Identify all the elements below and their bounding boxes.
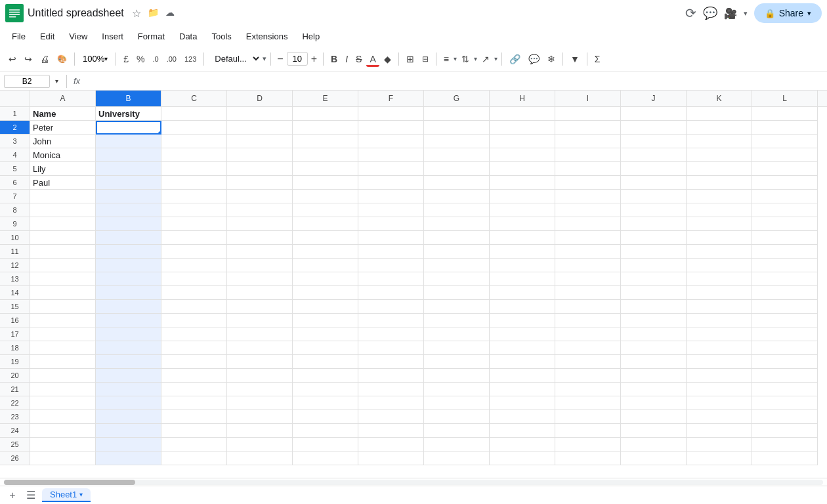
- cell-24-col-j[interactable]: [621, 424, 687, 438]
- cell-14-col-a[interactable]: [30, 286, 96, 300]
- text-rotate-button[interactable]: ↗: [478, 51, 493, 67]
- cell-21-col-l[interactable]: [752, 383, 818, 396]
- cell-21-col-a[interactable]: [30, 383, 96, 396]
- cell-21-col-g[interactable]: [424, 383, 490, 396]
- cell-7-col-d[interactable]: [227, 190, 293, 203]
- cell-8-col-f[interactable]: [358, 203, 424, 217]
- cell-7-col-e[interactable]: [293, 190, 358, 203]
- cell-26-col-g[interactable]: [424, 452, 490, 465]
- paint-format-button[interactable]: 🎨: [54, 52, 70, 66]
- cell-9-col-e[interactable]: [293, 217, 358, 231]
- borders-button[interactable]: ⊞: [403, 51, 417, 67]
- cell-9-col-k[interactable]: [687, 217, 752, 231]
- cell-25-col-c[interactable]: [161, 438, 227, 452]
- cell-26-col-k[interactable]: [687, 452, 752, 465]
- row-num-19[interactable]: 19: [0, 355, 30, 369]
- cell-18-col-c[interactable]: [161, 341, 227, 355]
- cell-6-col-c[interactable]: [161, 176, 227, 190]
- cell-12-col-k[interactable]: [687, 259, 752, 272]
- cell-25-col-e[interactable]: [293, 438, 358, 452]
- cell-10-col-l[interactable]: [752, 231, 818, 245]
- cell-11-col-i[interactable]: [555, 245, 621, 259]
- cell-10-col-a[interactable]: [30, 231, 96, 245]
- cell-17-col-k[interactable]: [687, 327, 752, 341]
- cell-5-col-f[interactable]: [358, 162, 424, 176]
- cell-10-col-k[interactable]: [687, 231, 752, 245]
- cell-2-col-g[interactable]: [424, 121, 490, 135]
- row-num-25[interactable]: 25: [0, 438, 30, 452]
- cell-22-col-l[interactable]: [752, 396, 818, 410]
- cell-20-col-c[interactable]: [161, 369, 227, 383]
- cell-26-col-a[interactable]: [30, 452, 96, 465]
- col-header-k[interactable]: K: [687, 91, 752, 106]
- cell-20-col-g[interactable]: [424, 369, 490, 383]
- cell-19-col-k[interactable]: [687, 355, 752, 369]
- cell-17-col-l[interactable]: [752, 327, 818, 341]
- cell-2-col-e[interactable]: [293, 121, 358, 135]
- cell-11-col-g[interactable]: [424, 245, 490, 259]
- cell-13-col-g[interactable]: [424, 272, 490, 286]
- row-num-11[interactable]: 11: [0, 245, 30, 259]
- row-num-8[interactable]: 8: [0, 203, 30, 217]
- col-header-g[interactable]: G: [424, 91, 490, 106]
- cell-24-col-e[interactable]: [293, 424, 358, 438]
- comments-icon[interactable]: 💬: [703, 6, 717, 20]
- valign-button[interactable]: ⇅: [458, 51, 473, 67]
- cell-8-col-c[interactable]: [161, 203, 227, 217]
- cell-8-col-i[interactable]: [555, 203, 621, 217]
- cell-11-col-l[interactable]: [752, 245, 818, 259]
- cell-16-col-c[interactable]: [161, 314, 227, 327]
- cell-2-col-l[interactable]: [752, 121, 818, 135]
- cell-11-col-c[interactable]: [161, 245, 227, 259]
- cell-3-col-f[interactable]: [358, 135, 424, 148]
- cell-13-col-e[interactable]: [293, 272, 358, 286]
- cell-7-col-k[interactable]: [687, 190, 752, 203]
- number-format-button[interactable]: 123: [181, 52, 200, 66]
- cell-21-col-f[interactable]: [358, 383, 424, 396]
- cell-17-col-j[interactable]: [621, 327, 687, 341]
- freeze-button[interactable]: ❄: [544, 51, 559, 67]
- spreadsheet-title[interactable]: Untitled spreadsheet: [28, 7, 124, 19]
- cell-11-col-j[interactable]: [621, 245, 687, 259]
- cell-23-col-b[interactable]: [96, 410, 161, 424]
- bold-button[interactable]: B: [328, 51, 341, 67]
- cell-7-col-b[interactable]: [96, 190, 161, 203]
- filter-button[interactable]: ▼: [567, 51, 583, 67]
- col-header-l[interactable]: L: [752, 91, 818, 106]
- cell-4-col-e[interactable]: [293, 148, 358, 162]
- cell-11-col-e[interactable]: [293, 245, 358, 259]
- row-num-13[interactable]: 13: [0, 272, 30, 286]
- cell-1-col-d[interactable]: [227, 107, 293, 121]
- cell-1-col-l[interactable]: [752, 107, 818, 121]
- cell-16-col-i[interactable]: [555, 314, 621, 327]
- menu-item-insert[interactable]: Insert: [95, 29, 130, 44]
- merge-button[interactable]: ⊟: [419, 52, 432, 66]
- cell-26-col-j[interactable]: [621, 452, 687, 465]
- cell-4-col-a[interactable]: Monica: [30, 148, 96, 162]
- cell-3-col-e[interactable]: [293, 135, 358, 148]
- cell-15-col-c[interactable]: [161, 300, 227, 314]
- cell-4-col-h[interactable]: [490, 148, 555, 162]
- cell-6-col-g[interactable]: [424, 176, 490, 190]
- cell-2-col-d[interactable]: [227, 121, 293, 135]
- cell-17-col-i[interactable]: [555, 327, 621, 341]
- cell-20-col-a[interactable]: [30, 369, 96, 383]
- cell-12-col-l[interactable]: [752, 259, 818, 272]
- cell-5-col-c[interactable]: [161, 162, 227, 176]
- link-button[interactable]: 🔗: [506, 51, 524, 67]
- cell-22-col-h[interactable]: [490, 396, 555, 410]
- cell-12-col-h[interactable]: [490, 259, 555, 272]
- cell-26-col-e[interactable]: [293, 452, 358, 465]
- cell-1-col-e[interactable]: [293, 107, 358, 121]
- cell-1-col-h[interactable]: [490, 107, 555, 121]
- font-size-input[interactable]: [287, 52, 308, 66]
- row-num-22[interactable]: 22: [0, 396, 30, 410]
- cell-14-col-e[interactable]: [293, 286, 358, 300]
- cell-15-col-a[interactable]: [30, 300, 96, 314]
- cell-25-col-g[interactable]: [424, 438, 490, 452]
- cell-6-col-h[interactable]: [490, 176, 555, 190]
- cell-6-col-e[interactable]: [293, 176, 358, 190]
- cell-18-col-d[interactable]: [227, 341, 293, 355]
- cell-24-col-h[interactable]: [490, 424, 555, 438]
- cell-14-col-k[interactable]: [687, 286, 752, 300]
